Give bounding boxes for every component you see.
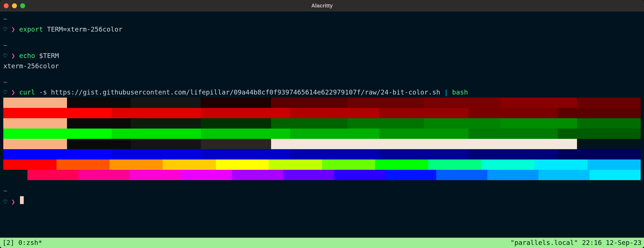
pipe-symbol: | xyxy=(444,87,448,98)
close-icon[interactable] xyxy=(4,3,9,8)
color-strip-4 xyxy=(3,129,641,139)
rainbow-strip-1 xyxy=(3,159,641,170)
tilde-line: ~ xyxy=(3,186,641,196)
color-strip-3 xyxy=(3,118,641,129)
chevron-icon: ❯ xyxy=(7,24,19,35)
cursor xyxy=(20,196,24,204)
titlebar[interactable]: Alacritty xyxy=(0,0,644,12)
prompt-line-2: ♡ ❯ echo $TERM xyxy=(3,51,641,61)
color-strip-2 xyxy=(3,108,641,118)
prompt-line-1: ♡ ❯ export TERM=xterm-256color xyxy=(3,24,641,35)
prompt-line-3: ♡ ❯ curl -s https://gist.githubuserconte… xyxy=(3,87,641,98)
tilde-line: ~ xyxy=(3,14,641,24)
window-controls xyxy=(4,3,25,8)
command-args: $TERM xyxy=(35,51,59,61)
command-name: echo xyxy=(19,51,35,61)
command-name: curl xyxy=(19,87,35,98)
heart-icon: ♡ xyxy=(3,24,7,35)
command-args: -s https://gist.githubusercontent.com/li… xyxy=(35,87,444,98)
color-strip-1 xyxy=(3,98,641,108)
chevron-icon: ❯ xyxy=(7,87,19,98)
status-left: [2] 0:zsh* xyxy=(2,238,42,247)
color-strip-6 xyxy=(3,149,641,159)
heart-icon: ♡ xyxy=(3,87,7,98)
command-args: TERM=xterm-256color xyxy=(43,24,122,35)
terminal[interactable]: ~ ♡ ❯ export TERM=xterm-256color ~ ♡ ❯ e… xyxy=(0,12,644,238)
status-right: "parallels.local" 22:16 12-Sep-23 xyxy=(510,238,642,247)
chevron-icon: ❯ xyxy=(7,51,19,61)
chevron-icon: ❯ xyxy=(7,197,19,207)
heart-icon: ♡ xyxy=(3,51,7,61)
color-strip-5 xyxy=(3,139,641,149)
maximize-icon[interactable] xyxy=(20,3,25,8)
command-name: export xyxy=(19,24,43,35)
command-name: bash xyxy=(448,87,468,98)
tmux-status-bar[interactable]: [2] 0:zsh* "parallels.local" 22:16 12-Se… xyxy=(0,238,644,248)
tilde-line: ~ xyxy=(3,41,641,51)
app-window: Alacritty ~ ♡ ❯ export TERM=xterm-256col… xyxy=(0,0,644,248)
rainbow-strip-2 xyxy=(28,170,641,180)
prompt-line-cursor[interactable]: ♡ ❯ xyxy=(3,196,641,207)
minimize-icon[interactable] xyxy=(12,3,17,8)
tilde-line: ~ xyxy=(3,77,641,88)
heart-icon: ♡ xyxy=(3,197,7,207)
command-output: xterm-256color xyxy=(3,61,641,71)
window-title: Alacritty xyxy=(311,2,333,9)
